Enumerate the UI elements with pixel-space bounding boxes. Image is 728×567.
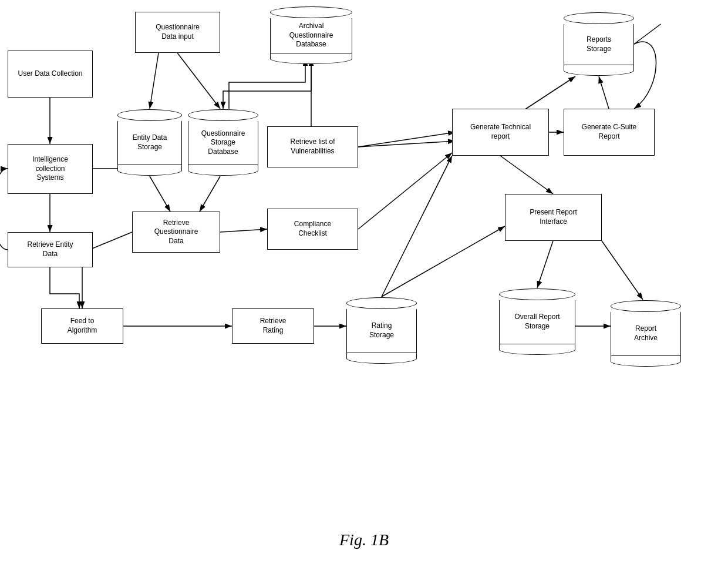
retrieve-rating-box: RetrieveRating <box>232 308 314 344</box>
reports-storage-cylinder: ReportsStorage <box>564 12 634 76</box>
svg-line-3 <box>177 53 220 109</box>
archival-questionnaire-db-cylinder: ArchivalQuestionnaireDatabase <box>270 6 352 65</box>
svg-line-4 <box>150 53 159 109</box>
svg-line-11 <box>500 156 553 194</box>
questionnaire-storage-db-cylinder: QuestionnaireStorageDatabase <box>188 109 258 176</box>
feed-to-algorithm-box: Feed toAlgorithm <box>41 308 123 344</box>
svg-line-12 <box>537 241 553 288</box>
questionnaire-data-input-box: QuestionnaireData input <box>135 12 220 53</box>
present-report-interface-box: Present ReportInterface <box>505 194 602 241</box>
generate-technical-report-box: Generate Technicalreport <box>452 109 549 156</box>
rating-storage-cylinder: RatingStorage <box>346 297 417 364</box>
diagram: User Data Collection Intelligencecollect… <box>0 0 728 470</box>
overall-report-storage-cylinder: Overall ReportStorage <box>499 288 575 355</box>
intelligence-collection-box: IntelligencecollectionSystems <box>8 144 93 194</box>
svg-line-6 <box>200 176 220 212</box>
entity-data-storage-cylinder: Entity DataStorage <box>117 109 182 176</box>
user-data-collection-box: User Data Collection <box>8 51 93 98</box>
retrieve-questionnaire-data-box: RetrieveQuestionnaireData <box>132 212 220 253</box>
report-archive-cylinder: ReportArchive <box>611 300 681 367</box>
svg-line-5 <box>150 176 170 212</box>
retrieve-vulnerabilities-box: Retrieve list ofVulnerabilities <box>267 126 358 167</box>
compliance-checklist-box: ComplianceChecklist <box>267 209 358 250</box>
figure-label: Fig. 1B <box>339 531 389 549</box>
retrieve-entity-data-box: Retrieve EntityData <box>8 232 93 267</box>
svg-line-13 <box>602 241 643 300</box>
generate-csuite-report-box: Generate C-SuiteReport <box>564 109 655 156</box>
svg-line-7 <box>220 229 267 232</box>
